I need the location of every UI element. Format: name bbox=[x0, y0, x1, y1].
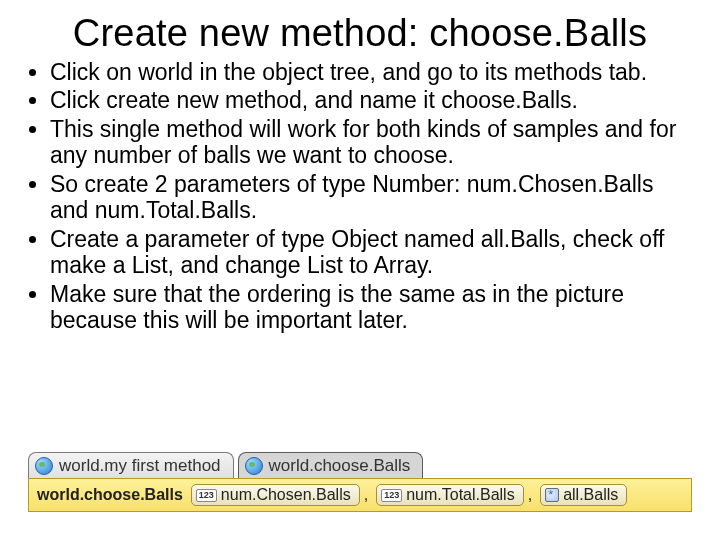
list-item: Click create new method, and name it cho… bbox=[50, 87, 698, 113]
list-item: Create a parameter of type Object named … bbox=[50, 226, 698, 279]
method-tabs: world.my first method world.choose.Balls bbox=[28, 452, 692, 478]
param-all-balls[interactable]: all.Balls bbox=[540, 484, 627, 506]
world-icon bbox=[245, 457, 263, 475]
alice-editor-mock: world.my first method world.choose.Balls… bbox=[28, 452, 692, 512]
list-item: Click on world in the object tree, and g… bbox=[50, 59, 698, 85]
list-item: So create 2 parameters of type Number: n… bbox=[50, 171, 698, 224]
list-item: Make sure that the ordering is the same … bbox=[50, 281, 698, 334]
param-num-chosen-balls[interactable]: 123 num.Chosen.Balls bbox=[191, 484, 360, 506]
method-name-label: world.choose.Balls bbox=[37, 486, 183, 504]
slide-title: Create new method: choose.Balls bbox=[22, 12, 698, 55]
param-label: num.Total.Balls bbox=[406, 486, 515, 504]
list-item: This single method will work for both ki… bbox=[50, 116, 698, 169]
method-signature-bar: world.choose.Balls 123 num.Chosen.Balls … bbox=[28, 478, 692, 512]
world-icon bbox=[35, 457, 53, 475]
number-type-icon: 123 bbox=[381, 489, 402, 502]
number-type-icon: 123 bbox=[196, 489, 217, 502]
separator: , bbox=[528, 486, 532, 504]
tab-label: world.choose.Balls bbox=[269, 456, 411, 476]
tab-label: world.my first method bbox=[59, 456, 221, 476]
param-label: all.Balls bbox=[563, 486, 618, 504]
param-label: num.Chosen.Balls bbox=[221, 486, 351, 504]
bullet-list: Click on world in the object tree, and g… bbox=[22, 59, 698, 333]
tab-choose-balls[interactable]: world.choose.Balls bbox=[238, 452, 424, 478]
param-num-total-balls[interactable]: 123 num.Total.Balls bbox=[376, 484, 524, 506]
object-type-icon bbox=[545, 488, 559, 502]
separator: , bbox=[364, 486, 368, 504]
tab-my-first-method[interactable]: world.my first method bbox=[28, 452, 234, 478]
